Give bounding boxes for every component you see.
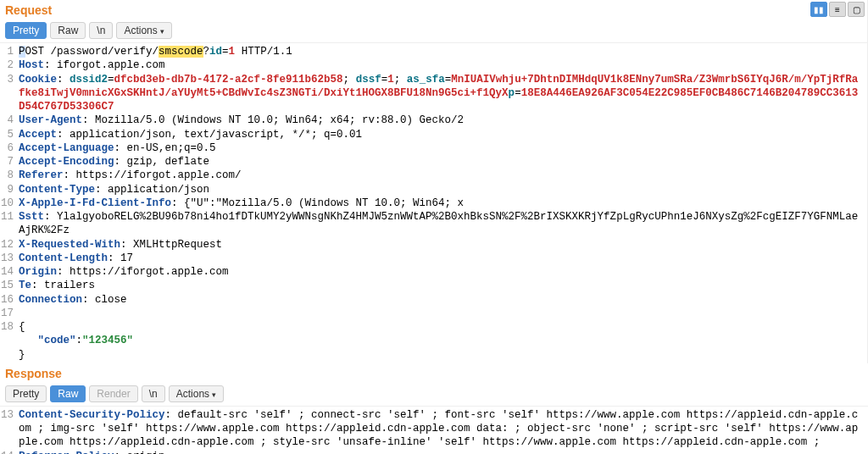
line-content[interactable]: POST /password/verify/smscode?id=1 HTTP/… xyxy=(19,45,867,58)
code-line[interactable]: 5Accept: application/json, text/javascri… xyxy=(0,128,867,141)
request-pretty-button[interactable]: Pretty xyxy=(5,22,47,39)
line-number: 8 xyxy=(0,169,19,182)
code-line[interactable]: 6Accept-Language: en-US,en;q=0.5 xyxy=(0,141,867,155)
chevron-down-icon: ▾ xyxy=(160,27,164,36)
line-number: 4 xyxy=(0,114,19,127)
code-line[interactable]: 10X-Apple-I-Fd-Client-Info: {"U":"Mozill… xyxy=(0,197,867,210)
request-raw-button[interactable]: Raw xyxy=(50,22,86,39)
code-line[interactable]: 11Sstt: YlalgyoboRELG%2BU96b78ni4ho1fDTk… xyxy=(0,210,867,238)
code-line[interactable]: 8Referer: https://iforgot.apple.com/ xyxy=(0,169,867,182)
line-content[interactable]: Cookie: dssid2=dfcbd3eb-db7b-4172-a2cf-8… xyxy=(19,73,867,114)
code-line[interactable]: 16Connection: close xyxy=(0,293,867,307)
response-pane: Response Pretty Raw Render \n Actions▾ 1… xyxy=(0,363,868,454)
code-line[interactable]: 13Content-Security-Policy: default-src '… xyxy=(0,408,868,450)
line-number: 16 xyxy=(0,293,19,307)
request-newline-button[interactable]: \n xyxy=(89,22,113,39)
code-line[interactable]: 2Host: iforgot.apple.com xyxy=(0,58,867,72)
line-number: 10 xyxy=(0,197,19,210)
code-line[interactable]: 15Te: trailers xyxy=(0,279,867,292)
code-line[interactable]: 14Origin: https://iforgot.apple.com xyxy=(0,265,867,279)
line-content[interactable]: X-Apple-I-Fd-Client-Info: {"U":"Mozilla/… xyxy=(19,197,867,210)
code-line[interactable]: 18{ xyxy=(0,320,867,334)
response-title: Response xyxy=(5,367,62,380)
line-number: 5 xyxy=(0,128,19,141)
line-number: 18 xyxy=(0,320,19,334)
request-title: Request xyxy=(5,3,52,17)
request-actions-button[interactable]: Actions▾ xyxy=(116,22,171,39)
line-number: 17 xyxy=(0,307,19,320)
line-content[interactable]: Sstt: YlalgyoboRELG%2BU96b78ni4ho1fDTkUM… xyxy=(19,210,867,238)
line-content[interactable]: Accept: application/json, text/javascrip… xyxy=(19,128,867,141)
code-line[interactable]: 3Cookie: dssid2=dfcbd3eb-db7b-4172-a2cf-… xyxy=(0,73,867,114)
line-content[interactable]: X-Requested-With: XMLHttpRequest xyxy=(19,238,867,252)
line-content[interactable]: } xyxy=(19,348,867,362)
line-content[interactable]: Connection: close xyxy=(19,293,867,307)
code-line[interactable]: 13Content-Length: 17 xyxy=(0,252,867,265)
line-number: 7 xyxy=(0,155,19,169)
line-number: 1 xyxy=(0,45,19,58)
response-newline-button[interactable]: \n xyxy=(142,385,165,402)
line-content[interactable]: Content-Length: 17 xyxy=(19,252,867,265)
response-actions-button[interactable]: Actions▾ xyxy=(169,385,224,402)
response-raw-button[interactable]: Raw xyxy=(50,385,86,402)
layout-side-by-side-button[interactable]: ▮▮ xyxy=(810,2,827,17)
response-code-area[interactable]: 13Content-Security-Policy: default-src '… xyxy=(0,407,868,454)
line-content[interactable]: "code":"123456" xyxy=(19,334,867,347)
code-line[interactable]: 7Accept-Encoding: gzip, deflate xyxy=(0,155,867,169)
code-line[interactable]: 4User-Agent: Mozilla/5.0 (Windows NT 10.… xyxy=(0,114,867,127)
line-number: 13 xyxy=(0,252,19,265)
line-number: 2 xyxy=(0,58,19,72)
line-content[interactable]: Te: trailers xyxy=(19,279,867,292)
line-content[interactable]: Referrer-Policy: origin xyxy=(19,450,868,455)
chevron-down-icon: ▾ xyxy=(212,390,216,399)
line-content[interactable]: Referer: https://iforgot.apple.com/ xyxy=(19,169,867,182)
line-number: 14 xyxy=(0,450,19,455)
layout-stacked-button[interactable]: ≡ xyxy=(829,2,846,17)
line-number: 13 xyxy=(0,408,19,422)
code-line[interactable]: 14Referrer-Policy: origin xyxy=(0,450,868,455)
line-number: 9 xyxy=(0,183,19,197)
line-content[interactable]: Content-Security-Policy: default-src 'se… xyxy=(19,408,868,450)
line-content[interactable]: { xyxy=(19,320,867,334)
line-number: 14 xyxy=(0,265,19,279)
code-line[interactable]: 1POST /password/verify/smscode?id=1 HTTP… xyxy=(0,45,867,58)
request-code-area[interactable]: 1POST /password/verify/smscode?id=1 HTTP… xyxy=(0,43,867,363)
response-render-button[interactable]: Render xyxy=(89,385,137,402)
line-number: 15 xyxy=(0,279,19,292)
line-number: 6 xyxy=(0,141,19,155)
code-line[interactable]: 17 xyxy=(0,307,867,320)
request-toolbar: Pretty Raw \n Actions▾ xyxy=(0,22,867,43)
line-number: 12 xyxy=(0,238,19,252)
code-line[interactable]: "code":"123456" xyxy=(0,334,867,347)
response-pretty-button[interactable]: Pretty xyxy=(5,385,47,402)
line-content[interactable]: Accept-Language: en-US,en;q=0.5 xyxy=(19,141,867,155)
layout-switcher: ▮▮ ≡ ▢ xyxy=(810,2,865,17)
line-number: 11 xyxy=(0,210,19,224)
request-pane: Request Pretty Raw \n Actions▾ 1POST /pa… xyxy=(0,0,868,363)
line-content[interactable]: Content-Type: application/json xyxy=(19,183,867,197)
code-line[interactable]: 12X-Requested-With: XMLHttpRequest xyxy=(0,238,867,252)
response-toolbar: Pretty Raw Render \n Actions▾ xyxy=(0,385,868,407)
line-content[interactable]: Origin: https://iforgot.apple.com xyxy=(19,265,867,279)
layout-single-button[interactable]: ▢ xyxy=(848,2,865,17)
line-content[interactable]: Accept-Encoding: gzip, deflate xyxy=(19,155,867,169)
code-line[interactable]: 9Content-Type: application/json xyxy=(0,183,867,197)
line-number: 3 xyxy=(0,73,19,86)
line-content[interactable]: User-Agent: Mozilla/5.0 (Windows NT 10.0… xyxy=(19,114,867,127)
code-line[interactable]: } xyxy=(0,348,867,362)
line-content[interactable]: Host: iforgot.apple.com xyxy=(19,58,867,72)
